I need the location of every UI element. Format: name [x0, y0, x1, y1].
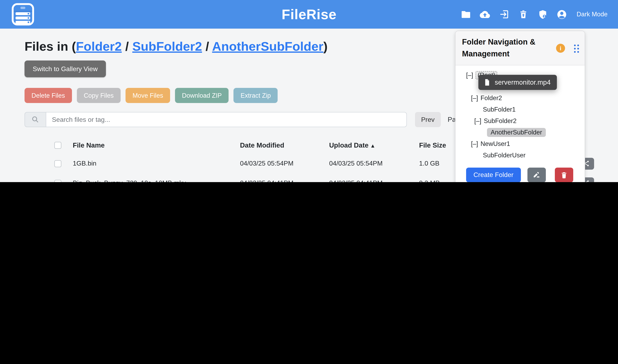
search-icon: [31, 115, 40, 124]
cloud-upload-icon: [480, 9, 490, 20]
file-icon: [483, 78, 491, 86]
rename-folder-button[interactable]: [527, 168, 546, 182]
folder-panel-header: Folder Navigation & Management i: [456, 31, 585, 65]
row-checkbox[interactable]: [54, 160, 61, 167]
date-modified: 04/03/25 04:41PM: [240, 180, 329, 182]
file-name[interactable]: Big_Buck_Bunny_720_10s_10MB.mkv: [73, 180, 240, 182]
dark-mode-toggle[interactable]: Dark Mode: [577, 11, 608, 18]
copy-files-button[interactable]: Copy Files: [77, 88, 121, 103]
breadcrumb-link-subfolder2[interactable]: SubFolder2: [132, 39, 202, 53]
folder-icon: [460, 9, 471, 19]
select-all-checkbox[interactable]: [54, 142, 61, 149]
download-zip-button[interactable]: Download ZIP: [175, 88, 229, 103]
upload-button[interactable]: [480, 9, 490, 20]
folder-navigation-panel: Folder Navigation & Management i [–](Roo…: [455, 31, 585, 182]
rename-icon: [533, 171, 541, 179]
folder-tree-item-anothersubfolder-selected[interactable]: AnotherSubFolder: [456, 127, 585, 138]
trash-restore-button[interactable]: [518, 9, 529, 20]
admin-button[interactable]: [537, 9, 548, 20]
exit-icon: [499, 9, 510, 20]
trash-restore-icon: [518, 9, 528, 19]
info-icon[interactable]: i: [556, 44, 565, 53]
breadcrumb-prefix: Files in (: [25, 39, 76, 53]
folder-tree-item-subfolder2[interactable]: [–]SubFolder2: [456, 115, 585, 127]
col-header-file-name[interactable]: File Name: [73, 141, 240, 149]
drag-ghost-label: servermonitor.mp4: [495, 78, 551, 86]
folders-button[interactable]: [460, 9, 471, 20]
folder-tree-item-subfolder1[interactable]: SubFolder1: [456, 104, 585, 115]
create-folder-button[interactable]: Create Folder: [466, 168, 521, 182]
sort-arrow-icon: ▲: [370, 143, 376, 149]
folder-tree-item-subfolderuser[interactable]: SubFolderUser: [456, 150, 585, 161]
breadcrumb-suffix: ): [323, 39, 328, 53]
logout-button[interactable]: [499, 9, 510, 20]
breadcrumb-link-anothersubfolder[interactable]: AnotherSubFolder: [212, 39, 323, 53]
account-button[interactable]: [556, 9, 567, 20]
collapse-toggle[interactable]: [–]: [474, 117, 481, 125]
row-checkbox[interactable]: [54, 180, 61, 182]
account-circle-icon: [556, 9, 567, 20]
file-name[interactable]: 1GB.bin: [73, 160, 240, 167]
breadcrumb-separator: /: [202, 39, 212, 53]
delete-files-button[interactable]: Delete Files: [25, 88, 72, 103]
switch-gallery-view-button[interactable]: Switch to Gallery View: [25, 61, 106, 77]
filerise-window: FileRise Dark Mode Files in (Fol: [0, 0, 618, 182]
top-bar: FileRise Dark Mode: [0, 0, 618, 29]
trash-icon: [560, 171, 568, 179]
date-modified: 04/03/25 05:54PM: [240, 160, 329, 167]
collapse-toggle[interactable]: [–]: [466, 72, 473, 79]
folder-tree-item-newuser1[interactable]: [–]NewUser1: [456, 138, 585, 150]
search-addon: [25, 112, 46, 127]
collapse-toggle[interactable]: [–]: [471, 140, 478, 148]
delete-folder-button[interactable]: [555, 168, 573, 182]
move-files-button[interactable]: Move Files: [126, 88, 170, 103]
shield-user-icon: [538, 9, 548, 19]
prev-page-button[interactable]: Prev: [415, 112, 441, 127]
extract-zip-button[interactable]: Extract Zip: [234, 88, 278, 103]
folder-panel-buttons: Create Folder: [466, 168, 585, 182]
collapse-toggle[interactable]: [–]: [471, 94, 478, 102]
folder-tree-item-folder2[interactable]: [–]Folder2: [456, 92, 585, 104]
breadcrumb-separator: /: [122, 39, 132, 53]
search-input[interactable]: [46, 112, 407, 127]
drag-handle-icon[interactable]: [574, 45, 579, 53]
col-header-date-modified[interactable]: Date Modified: [240, 141, 329, 149]
col-header-upload-date[interactable]: Upload Date▲: [329, 141, 419, 149]
upload-date: 04/03/25 04:41PM: [329, 180, 419, 182]
upload-date: 04/03/25 05:54PM: [329, 160, 419, 167]
breadcrumb-link-folder2[interactable]: Folder2: [76, 39, 122, 53]
drag-ghost-tooltip: servermonitor.mp4: [478, 75, 557, 90]
